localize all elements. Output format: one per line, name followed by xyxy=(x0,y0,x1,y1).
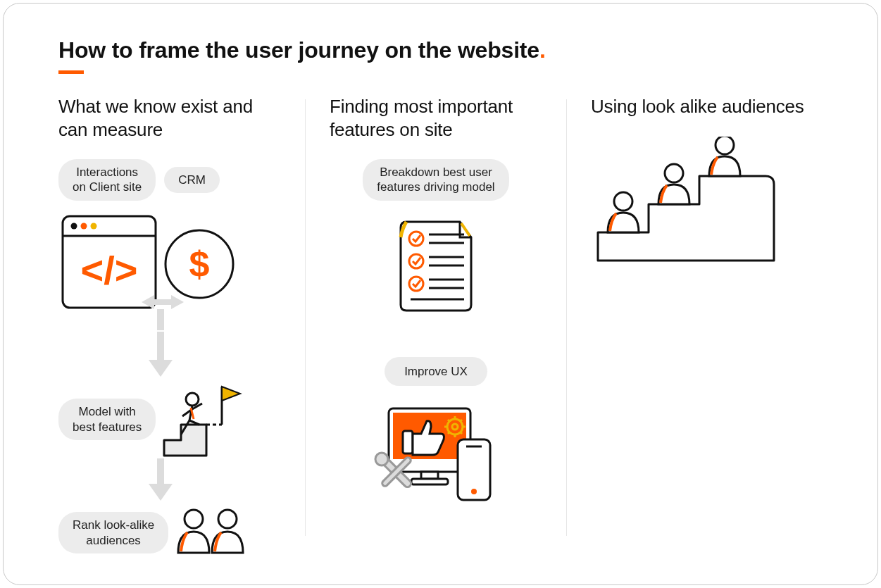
pill-improve-ux: Improve UX xyxy=(385,357,487,386)
svg-rect-34 xyxy=(403,431,413,453)
svg-point-28 xyxy=(409,232,423,246)
svg-line-42 xyxy=(460,432,462,434)
title-underline xyxy=(58,70,84,74)
title-text: How to frame the user journey on the web… xyxy=(58,37,539,63)
pill-model-best-features: Model with best features xyxy=(58,399,156,440)
svg-point-55 xyxy=(716,137,734,154)
arrow-down-2-icon xyxy=(58,458,242,505)
pill-interactions: Interactions on Client site xyxy=(58,159,156,201)
svg-rect-9 xyxy=(153,299,174,305)
svg-line-44 xyxy=(460,420,462,422)
svg-point-29 xyxy=(409,254,423,268)
svg-point-19 xyxy=(185,510,203,528)
column-2: Finding most important features on site … xyxy=(306,95,566,546)
svg-point-16 xyxy=(186,393,199,406)
col2-heading: Finding most important features on site xyxy=(330,95,542,141)
pill-rank-lookalike: Rank look-alike audiences xyxy=(58,512,168,553)
svg-line-43 xyxy=(448,432,450,434)
svg-line-41 xyxy=(448,420,450,422)
climbing-flag-icon xyxy=(161,381,246,458)
svg-text:$: $ xyxy=(189,244,210,284)
svg-rect-11 xyxy=(157,309,164,330)
col1-heading: What we know exist and can measure xyxy=(58,95,281,141)
svg-point-30 xyxy=(409,277,423,291)
columns: What we know exist and can measure Inter… xyxy=(58,95,823,546)
svg-point-3 xyxy=(81,223,87,229)
svg-point-20 xyxy=(218,510,237,528)
svg-point-51 xyxy=(375,453,388,465)
diagram-card: How to frame the user journey on the web… xyxy=(3,3,878,585)
svg-marker-10 xyxy=(171,295,184,309)
column-1: What we know exist and can measure Inter… xyxy=(58,95,305,546)
pill-breakdown: Breakdown best user features driving mod… xyxy=(363,159,508,201)
svg-point-2 xyxy=(71,223,77,229)
arrow-down-1-icon xyxy=(58,332,242,381)
code-dollar-icon: </> $ xyxy=(58,212,242,332)
checklist-document-icon xyxy=(394,216,478,315)
pill-crm: CRM xyxy=(164,167,220,193)
svg-rect-12 xyxy=(157,332,164,363)
col3-heading: Using look alike audiences xyxy=(591,95,823,118)
two-users-icon xyxy=(174,505,251,561)
svg-point-4 xyxy=(91,223,97,229)
svg-rect-46 xyxy=(411,479,448,484)
svg-marker-13 xyxy=(149,360,173,377)
title: How to frame the user journey on the web… xyxy=(58,37,823,63)
svg-marker-18 xyxy=(149,484,173,501)
improve-ux-icon xyxy=(369,401,503,507)
svg-point-53 xyxy=(614,192,632,211)
svg-text:</>: </> xyxy=(81,248,138,292)
svg-rect-17 xyxy=(157,458,164,487)
svg-point-49 xyxy=(471,489,477,494)
lookalike-steps-icon xyxy=(591,137,781,270)
column-3: Using look alike audiences xyxy=(567,95,823,546)
svg-point-54 xyxy=(665,164,683,182)
title-period: . xyxy=(539,37,546,63)
